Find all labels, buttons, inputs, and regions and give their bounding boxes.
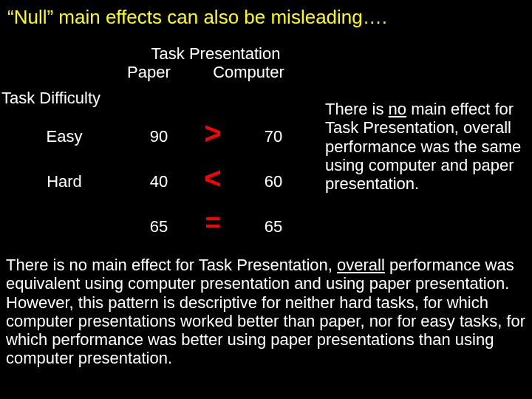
bottom-text-pre: There is no main effect for Task Present…	[6, 256, 337, 274]
cell-paper-hard: 40	[129, 172, 188, 191]
side-explanation: There is no main effect for Task Present…	[325, 100, 525, 193]
factor-presentation-label: Task Presentation	[127, 44, 304, 63]
cell-computer-easy: 70	[244, 127, 303, 146]
factor-difficulty-label: Task Difficulty	[1, 89, 127, 108]
cell-computer-hard: 60	[244, 172, 303, 191]
slide: “Null” main effects can also be misleadi…	[0, 0, 532, 399]
bottom-explanation: There is no main effect for Task Present…	[6, 256, 526, 368]
row-header-easy: Easy	[1, 127, 127, 146]
col-header-computer: Computer	[213, 63, 284, 81]
operator-hard: <	[191, 163, 235, 193]
bottom-text-overall: overall	[337, 256, 385, 274]
column-headers: Task Presentation Paper Computer	[127, 44, 304, 82]
operator-easy: >	[191, 118, 235, 148]
column-header-row: Paper Computer	[127, 63, 304, 81]
operator-marginal: =	[191, 210, 235, 236]
side-text-no: no	[389, 100, 406, 118]
side-text-pre: There is	[325, 100, 389, 118]
slide-title: “Null” main effects can also be misleadi…	[7, 6, 387, 29]
row-header-hard: Hard	[1, 172, 127, 191]
cell-computer-marginal: 65	[244, 217, 303, 236]
col-header-paper: Paper	[127, 63, 208, 81]
cell-paper-marginal: 65	[129, 217, 188, 236]
cell-paper-easy: 90	[129, 127, 188, 146]
